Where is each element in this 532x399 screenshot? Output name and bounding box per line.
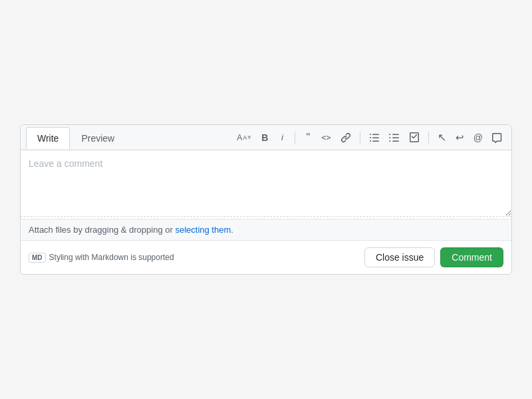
markdown-text: Styling with Markdown is supported: [49, 253, 174, 262]
numbered-list-icon[interactable]: [386, 130, 403, 145]
heading-icon[interactable]: AA▾: [233, 131, 255, 144]
mention-icon[interactable]: @: [470, 130, 486, 145]
tab-write[interactable]: Write: [26, 127, 70, 149]
link-icon[interactable]: [337, 130, 354, 145]
comment-textarea[interactable]: [21, 150, 511, 217]
write-area: Attach files by dragging & dropping or s…: [21, 150, 511, 240]
bold-icon[interactable]: B: [257, 130, 272, 145]
footer: MD Styling with Markdown is supported Cl…: [21, 240, 511, 274]
task-list-icon[interactable]: [406, 130, 423, 145]
markdown-icon: MD: [29, 253, 46, 263]
bullet-list-icon[interactable]: [366, 130, 383, 145]
tabs-toolbar: Write Preview AA▾ B i " <>: [21, 125, 511, 150]
italic-icon[interactable]: i: [275, 130, 289, 144]
editor-container: Write Preview AA▾ B i " <>: [20, 124, 512, 275]
footer-actions: Close issue Comment: [364, 247, 503, 267]
markdown-badge-area: MD Styling with Markdown is supported: [29, 253, 174, 263]
cursor-icon[interactable]: ↖: [434, 129, 450, 146]
toolbar-divider-1: [295, 132, 295, 144]
attach-period: .: [231, 225, 233, 235]
toolbar-icons: AA▾ B i " <>: [233, 125, 506, 150]
toolbar-divider-3: [428, 132, 429, 144]
close-issue-button[interactable]: Close issue: [364, 247, 435, 267]
toolbar-divider-2: [360, 132, 360, 144]
saved-replies-icon[interactable]: [489, 130, 506, 145]
reply-icon[interactable]: ↩: [452, 130, 467, 146]
tab-preview[interactable]: Preview: [70, 127, 126, 149]
tabs: Write Preview: [26, 127, 126, 148]
attach-area: Attach files by dragging & dropping or s…: [21, 219, 511, 240]
attach-link[interactable]: selecting them: [175, 225, 231, 235]
attach-text: Attach files by dragging & dropping or: [29, 225, 175, 235]
comment-button[interactable]: Comment: [440, 247, 503, 267]
quote-icon[interactable]: ": [301, 130, 315, 145]
code-icon[interactable]: <>: [318, 131, 334, 144]
